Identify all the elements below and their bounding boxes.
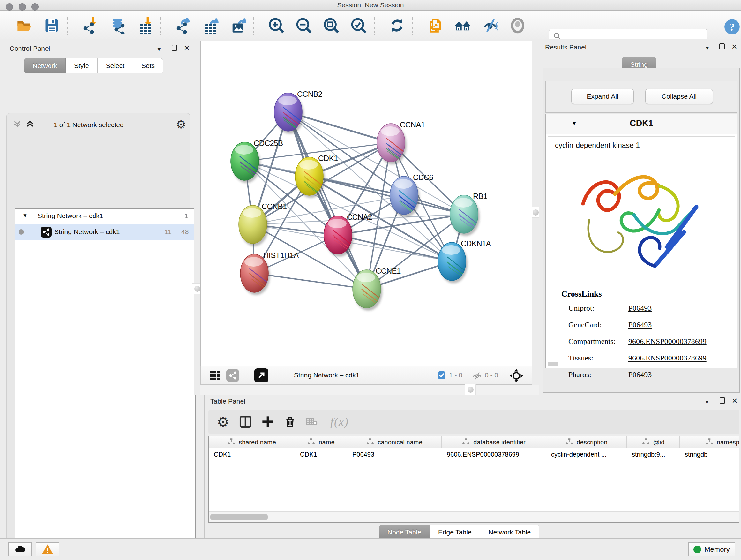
export-table-button[interactable] [202, 17, 219, 35]
node-label: RB1 [473, 192, 487, 200]
collapse-all-button[interactable]: Collapse All [645, 89, 713, 104]
results-panel-float-button[interactable] [719, 44, 725, 51]
results-panel-title: Results Panel [545, 44, 587, 51]
collection-expander-icon[interactable]: ▼ [22, 212, 28, 219]
table-cell[interactable]: 9606.ENSP00000378699 [442, 449, 546, 460]
column-header-description[interactable]: description [546, 436, 627, 448]
tab-select[interactable]: Select [98, 58, 133, 73]
string-view-icon[interactable] [226, 369, 239, 382]
birdseye-crosshair-icon[interactable] [509, 368, 524, 384]
cloud-status-button[interactable] [8, 543, 32, 557]
results-panel-menu-button[interactable]: ▼ [704, 44, 710, 51]
column-header-namespace[interactable]: namespace [680, 436, 739, 448]
grid-view-icon[interactable] [209, 370, 220, 382]
table-panel-float-button[interactable] [720, 397, 725, 405]
crosslink-value-link[interactable]: P06493 [628, 304, 652, 313]
network-node-CCNE1[interactable]: CCNE1 [353, 266, 401, 311]
network-edge[interactable] [338, 235, 452, 261]
tab-network-table[interactable]: Network Table [480, 524, 540, 540]
network-edge[interactable] [288, 112, 367, 289]
home-button[interactable] [454, 17, 472, 35]
add-column-icon[interactable] [260, 414, 275, 429]
table-cell[interactable]: CDK1 [209, 449, 295, 460]
table-cell[interactable]: cyclin-dependent ... [546, 449, 627, 460]
delete-table-icon[interactable] [304, 414, 320, 429]
table-cell[interactable]: CDK1 [295, 449, 347, 460]
show-all-button[interactable] [509, 17, 527, 35]
crosslink-value-link[interactable]: P06493 [628, 320, 652, 329]
network-edge[interactable] [254, 273, 367, 289]
table-panel-close-button[interactable]: ✕ [732, 397, 738, 405]
right-splitter[interactable] [532, 39, 539, 395]
network-node-CCNB2[interactable]: CCNB2 [274, 90, 322, 138]
left-splitter[interactable] [194, 39, 200, 395]
hide-selected-button[interactable] [481, 17, 499, 35]
control-panel-menu-button[interactable]: ▼ [156, 45, 162, 53]
horizontal-splitter-handle[interactable] [465, 384, 476, 395]
zoom-fit-button[interactable] [322, 17, 340, 35]
column-header-id[interactable]: @id [627, 436, 680, 448]
column-header-sharedname[interactable]: shared name [209, 436, 295, 448]
show-columns-icon[interactable] [238, 414, 253, 429]
tab-sets[interactable]: Sets [133, 58, 163, 73]
zoom-selected-button[interactable] [350, 17, 367, 35]
network-node-HIST1H1A[interactable]: HIST1H1A [240, 251, 299, 295]
zoom-out-icon [295, 17, 312, 34]
open-view-icon[interactable] [254, 368, 268, 382]
crosslink-value-link[interactable]: P06493 [628, 370, 652, 379]
table-hscrollbar[interactable] [209, 511, 739, 522]
column-header-databaseidentifier[interactable]: database identifier [442, 436, 546, 448]
crosslink-value-link[interactable]: 9606.ENSP00000378699 [628, 337, 706, 346]
zoom-out-button[interactable] [295, 17, 313, 35]
gene-section-header[interactable]: ▼ CDK1 [546, 114, 737, 134]
expand-all-button[interactable]: Expand All [571, 89, 634, 104]
table-options-gear-icon[interactable]: ⚙ [215, 414, 231, 429]
results-hscroll-thumb[interactable] [548, 362, 557, 366]
control-panel-float-button[interactable] [172, 45, 177, 52]
save-session-button[interactable] [43, 17, 61, 35]
import-network-button[interactable] [81, 17, 99, 35]
clone-network-button[interactable] [426, 17, 444, 35]
node-label: CDC25B [254, 139, 283, 147]
export-image-button[interactable] [229, 17, 247, 35]
import-network-from-database-button[interactable] [109, 17, 126, 35]
network-node-CCNA2[interactable]: CCNA2 [324, 212, 372, 257]
table-panel-menu-button[interactable]: ▼ [704, 398, 710, 406]
import-table-button[interactable] [136, 17, 154, 35]
function-builder-icon[interactable]: f(x) [325, 414, 354, 429]
selected-checkbox-icon[interactable] [437, 371, 446, 381]
network-canvas[interactable]: CCNB2CCNA1CDC25BCDK1CDC6RB1CCNB1CCNA2CDK… [200, 41, 532, 366]
network-row[interactable]: String Network – cdk1 11 48 [15, 224, 195, 240]
column-header-canonicalname[interactable]: canonical name [347, 436, 442, 448]
crosslink-label: Tissues: [568, 354, 593, 362]
network-node-RB1[interactable]: RB1 [450, 192, 487, 236]
table-row[interactable]: CDK1CDK1P064939606.ENSP00000378699cyclin… [209, 449, 739, 460]
table-hscrollbar-thumb[interactable] [210, 514, 268, 520]
tab-node-table[interactable]: Node Table [379, 524, 430, 540]
hidden-eye-icon[interactable] [472, 371, 482, 382]
delete-column-icon[interactable] [282, 414, 298, 429]
table-cell[interactable]: stringdb [680, 449, 739, 460]
network-node-CDKN1A[interactable]: CDKN1A [438, 239, 491, 283]
column-header-name[interactable]: name [295, 436, 347, 448]
memory-button[interactable]: Memory [688, 543, 735, 557]
import-network-icon [82, 17, 98, 34]
apply-layout-button[interactable] [388, 17, 406, 35]
tab-style[interactable]: Style [66, 58, 98, 73]
network-options-gear-icon[interactable]: ⚙ [176, 118, 186, 131]
zoom-in-button[interactable] [267, 17, 285, 35]
network-collection-row[interactable]: ▼ String Network – cdk1 1 [15, 210, 195, 224]
tab-edge-table[interactable]: Edge Table [430, 524, 480, 540]
help-button[interactable]: ? [723, 18, 741, 36]
crosslink-value-link[interactable]: 9606.ENSP00000378699 [628, 354, 706, 362]
warning-button[interactable] [36, 543, 59, 557]
open-session-button[interactable] [15, 17, 33, 35]
export-network-button[interactable] [174, 17, 192, 35]
network-node-CCNA1[interactable]: CCNA1 [377, 120, 425, 168]
control-panel-close-button[interactable]: ✕ [184, 44, 190, 52]
network-edge[interactable] [309, 176, 464, 214]
table-cell[interactable]: stringdb:9... [627, 449, 680, 460]
table-cell[interactable]: P06493 [347, 449, 442, 460]
results-panel-close-button[interactable]: ✕ [731, 43, 737, 51]
tab-network[interactable]: Network [24, 58, 66, 73]
